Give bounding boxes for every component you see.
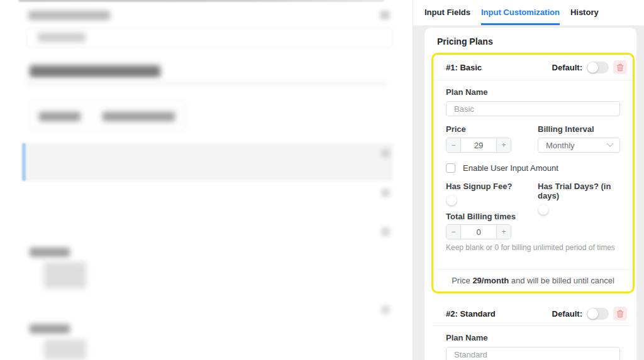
blurred-tab <box>103 112 175 121</box>
trial-days-column: Has Trial Days? (in days) <box>538 182 620 204</box>
default-toggle[interactable] <box>587 308 609 320</box>
increment-button[interactable]: + <box>496 138 511 152</box>
billing-interval-label: Billing Interval <box>538 124 620 134</box>
summary-suffix: and will be billed until cancel <box>509 276 614 285</box>
enable-user-input-checkbox[interactable] <box>446 163 455 173</box>
blurred-field-label <box>28 11 110 20</box>
plan-header: #2: Standard Default: <box>433 302 633 326</box>
billing-interval-select[interactable]: Monthly <box>538 138 620 153</box>
trash-icon <box>616 310 624 318</box>
plan-name-input[interactable] <box>446 101 620 116</box>
price-stepper: − 29 + <box>446 138 511 153</box>
signup-fee-label: Has Signup Fee? <box>446 182 538 191</box>
blurred-icon <box>381 149 390 158</box>
plan-header: #1: Basic Default: <box>433 55 633 80</box>
price-value[interactable]: 29 <box>461 138 496 152</box>
enable-user-input-row: Enable User Input Amount <box>446 163 620 173</box>
blurred-icon <box>381 305 390 314</box>
summary-prefix: Price <box>452 276 472 285</box>
plan-body: Plan Name <box>433 326 633 360</box>
settings-sidebar: Input Fields Input Customization History… <box>413 0 644 360</box>
blurred-field-block <box>44 262 86 288</box>
selected-field-indicator <box>22 143 26 181</box>
tab-history[interactable]: History <box>570 0 599 25</box>
plan-card-basic: #1: Basic Default: <box>431 53 635 293</box>
screen: Input Fields Input Customization History… <box>0 0 644 360</box>
plan-name-input[interactable] <box>446 347 620 360</box>
price-billing-row: Price − 29 + Billing Interval M <box>446 124 620 153</box>
billing-interval-column: Billing Interval Monthly <box>538 124 620 153</box>
default-toggle[interactable] <box>587 62 609 74</box>
plan-title: #1: Basic <box>446 63 482 72</box>
panel-title: Pricing Plans <box>437 36 635 46</box>
plan-summary: Price 29/month and will be billed until … <box>433 269 633 292</box>
blurred-section-heading <box>30 65 160 77</box>
decrement-button[interactable]: − <box>447 225 461 239</box>
increment-button[interactable]: + <box>496 225 511 239</box>
blurred-divider <box>26 80 386 87</box>
chevron-down-icon <box>606 140 613 147</box>
tab-input-fields[interactable]: Input Fields <box>425 0 470 25</box>
sidebar-body: Pricing Plans #1: Basic Default: <box>413 26 644 360</box>
price-column: Price − 29 + <box>446 124 538 153</box>
blurred-field-label <box>30 248 70 257</box>
delete-plan-button[interactable] <box>613 60 627 74</box>
summary-price: 29/month <box>472 276 509 285</box>
enable-user-input-label: Enable User Input Amount <box>463 163 558 173</box>
decrement-button[interactable]: − <box>447 138 461 152</box>
blurred-tab <box>39 112 80 121</box>
plan-default-controls: Default: <box>552 307 627 320</box>
blurred-icon <box>381 188 390 197</box>
total-billing-stepper: − 0 + <box>446 224 511 239</box>
plan-default-controls: Default: <box>552 60 627 74</box>
total-billing-section: Total Billing times − 0 + Keep blank or … <box>446 212 620 252</box>
default-label: Default: <box>552 309 582 319</box>
trial-days-label: Has Trial Days? (in days) <box>538 182 620 200</box>
plan-title: #2: Standard <box>446 309 496 319</box>
blurred-placeholder <box>38 33 86 42</box>
form-builder-canvas <box>0 0 413 360</box>
blurred-field-label <box>30 324 70 334</box>
top-edge-line <box>19 0 384 1</box>
blurred-field-block <box>44 339 86 360</box>
sidebar-tabs: Input Fields Input Customization History <box>413 0 644 26</box>
total-billing-value[interactable]: 0 <box>461 225 496 239</box>
total-billing-helper: Keep blank or 0 for billing unlimited pe… <box>446 243 620 252</box>
total-billing-label: Total Billing times <box>446 212 620 221</box>
billing-interval-value: Monthly <box>546 141 575 150</box>
price-label: Price <box>446 124 538 134</box>
delete-plan-button[interactable] <box>613 307 627 320</box>
blurred-icon <box>381 227 390 236</box>
blurred-icon <box>380 11 390 19</box>
tab-input-customization[interactable]: Input Customization <box>481 0 560 25</box>
plan-name-label: Plan Name <box>446 333 620 342</box>
selected-field-row <box>22 143 393 181</box>
trash-icon <box>616 63 624 72</box>
default-label: Default: <box>552 63 582 72</box>
plan-name-label: Plan Name <box>446 87 620 97</box>
signup-fee-column: Has Signup Fee? <box>446 182 538 204</box>
plan-card-standard: #2: Standard Default: <box>431 300 635 360</box>
pricing-plans-panel: Pricing Plans #1: Basic Default: <box>425 28 636 360</box>
plan-body: Plan Name Price − 29 + <box>433 80 633 252</box>
fee-trial-row: Has Signup Fee? Has Trial Days? (in days… <box>446 182 620 204</box>
